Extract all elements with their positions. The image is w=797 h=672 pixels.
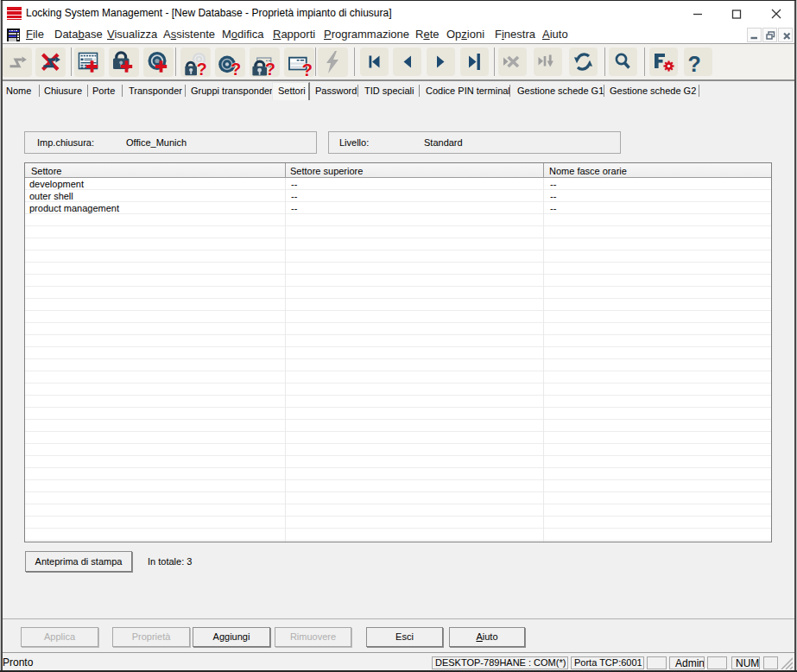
svg-text:?: ? [265, 60, 275, 77]
svg-text:?: ? [231, 60, 241, 77]
svg-text:?: ? [688, 52, 701, 76]
svg-text:?: ? [302, 60, 313, 78]
svg-text:?: ? [197, 60, 207, 77]
